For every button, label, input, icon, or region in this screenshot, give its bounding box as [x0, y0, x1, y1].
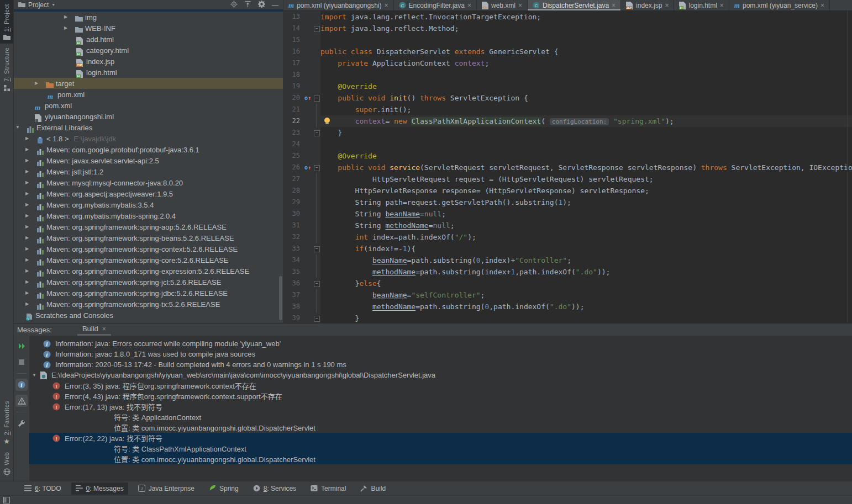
message-row-file[interactable]: ▼E:\IdeaProjects\yiyuanbangongshi\yiyuan… — [29, 370, 852, 380]
toolwindow-button-web[interactable]: Web — [0, 448, 13, 479]
fold-start-icon[interactable]: − — [314, 165, 320, 171]
code-line-16[interactable]: 16public class DispatcherServlet extends… — [283, 46, 852, 57]
code-editor[interactable]: 13import java.lang.reflect.InvocationTar… — [283, 11, 852, 323]
code-line-18[interactable]: 18 — [283, 69, 852, 81]
code-line-14[interactable]: 14−import java.lang.reflect.Method; — [283, 23, 852, 34]
chevron-right-icon[interactable]: ▶ — [25, 254, 29, 266]
tree-item-maven-org.springframework-spring-tx-5.2.6.release[interactable]: ▶Maven: org.springframework:spring-tx:5.… — [14, 299, 283, 310]
messages-tab-build[interactable]: Build × — [77, 323, 111, 336]
chevron-right-icon[interactable]: ▶ — [25, 133, 29, 144]
bottom-tab-todo[interactable]: 6: TODO — [20, 482, 66, 495]
tree-item-web-inf[interactable]: ▶WEB-INF — [14, 23, 283, 34]
tree-item-maven-com.google.protobuf-protobuf-java-3.6.1[interactable]: ▶Maven: com.google.protobuf:protobuf-jav… — [14, 144, 283, 155]
code-line-13[interactable]: 13import java.lang.reflect.InvocationTar… — [283, 11, 852, 23]
editor-tab-login.html[interactable]: Hlogin.html× — [674, 0, 729, 10]
chevron-right-icon[interactable]: ▶ — [25, 299, 29, 310]
overriding-method-icon[interactable]: o↑ — [304, 96, 311, 101]
tree-item-maven-org.mybatis-mybatis-3.5.4[interactable]: ▶Maven: org.mybatis:mybatis:3.5.4 — [14, 199, 283, 210]
message-row-sub[interactable]: 位置: 类 com.imocc.yiyuanbangongshi.global.… — [29, 422, 852, 433]
chevron-right-icon[interactable]: ▶ — [35, 78, 38, 89]
code-line-34[interactable]: 34 beanName=path.substring(0,index)+"Con… — [283, 254, 852, 266]
editor-tab-pom.xml-yiyuan-service-[interactable]: mpom.xml (yiyuan_service)× — [729, 0, 830, 10]
bottom-tab-java-enterprise[interactable]: JJava Enterprise — [134, 482, 199, 495]
code-line-33[interactable]: 33− if(index!=-1){ — [283, 243, 852, 254]
info-button[interactable]: i — [15, 379, 28, 391]
chevron-right-icon[interactable]: ▶ — [25, 243, 29, 254]
chevron-right-icon[interactable]: ▶ — [25, 199, 29, 210]
message-row-sub[interactable]: 符号: 类 ClassPathXmlApplicationContext — [29, 443, 852, 454]
chevron-right-icon[interactable]: ▶ — [25, 210, 29, 221]
message-row-error[interactable]: !Error:(17, 13) java: 找不到符号 — [29, 401, 852, 412]
editor-tab-index.jsp[interactable]: JSPindex.jsp× — [621, 0, 674, 10]
warning-button[interactable] — [15, 395, 28, 407]
editor-tab-pom.xml-yiyuanbangongshi-[interactable]: mpom.xml (yiyuanbangongshi)× — [283, 0, 394, 10]
chevron-right-icon[interactable]: ▶ — [25, 232, 29, 243]
collapse-all-button[interactable] — [244, 1, 251, 9]
tab-close-icon[interactable]: × — [821, 2, 824, 9]
fold-end-icon[interactable]: − — [314, 130, 320, 136]
chevron-right-icon[interactable]: ▶ — [25, 266, 29, 277]
code-line-30[interactable]: 30 String beanName=null; — [283, 208, 852, 220]
toolwindow-switcher-icon[interactable] — [3, 497, 10, 503]
toolwindow-button-project[interactable]: 1: Project — [0, 0, 13, 44]
editor-tab-dispatcherservlet.java[interactable]: CDispatcherServlet.java× — [528, 0, 621, 10]
tab-close-icon[interactable]: × — [665, 2, 669, 9]
tree-item-yiyuanbangongshi.iml[interactable]: yiyuanbangongshi.iml — [14, 111, 283, 122]
code-line-38[interactable]: 38 methodName=path.substring(0,path.inde… — [283, 301, 852, 312]
fold-end-icon[interactable]: − — [314, 281, 320, 287]
code-line-25[interactable]: 25 @Override — [283, 150, 852, 162]
chevron-right-icon[interactable]: ▶ — [25, 188, 29, 199]
stop-button[interactable] — [15, 356, 28, 368]
tree-item-maven-javax.servlet-servlet-api-2.5[interactable]: ▶Maven: javax.servlet:servlet-api:2.5 — [14, 155, 283, 166]
toolwindow-button-favorites[interactable]: 2: Favorites★ — [0, 397, 13, 448]
chevron-right-icon[interactable]: ▶ — [64, 12, 67, 23]
tree-item-category.html[interactable]: Hcategory.html — [14, 45, 283, 56]
chevron-right-icon[interactable]: ▶ — [25, 221, 29, 232]
tree-item-login.html[interactable]: Hlogin.html — [14, 67, 283, 78]
wrench-button[interactable] — [15, 417, 28, 429]
message-row-sub[interactable]: 符号: 类 ApplicationContext — [29, 412, 852, 422]
tree-item-index.jsp[interactable]: JSPindex.jsp — [14, 56, 283, 67]
message-row-error[interactable]: !Error:(3, 35) java: 程序包org.springframew… — [29, 380, 852, 391]
bottom-tab-build[interactable]: Build — [356, 482, 390, 495]
chevron-right-icon[interactable]: ▶ — [25, 288, 29, 299]
tree-item-maven-org.aspectj-aspectjweaver-1.9.5[interactable]: ▶Maven: org.aspectj:aspectjweaver:1.9.5 — [14, 188, 283, 199]
tree-item--1.8-[interactable]: ▶< 1.8 >E:\javajdk\jdk — [14, 133, 283, 144]
tree-item-pom.xml[interactable]: mpom.xml — [14, 89, 283, 100]
tree-item-maven-org.mybatis-mybatis-spring-2.0.4[interactable]: ▶Maven: org.mybatis:mybatis-spring:2.0.4 — [14, 210, 283, 221]
code-line-19[interactable]: 19 @Override — [283, 81, 852, 92]
close-icon[interactable]: × — [102, 326, 106, 332]
code-line-27[interactable]: 27 HttpServletRequest request = (HttpSer… — [283, 173, 852, 185]
code-line-17[interactable]: 17 private ApplicationContext context; — [283, 57, 852, 69]
chevron-right-icon[interactable]: ▶ — [25, 155, 29, 166]
tree-item-external-libraries[interactable]: ▼External Libraries — [14, 122, 283, 133]
overriding-method-icon[interactable]: o↑ — [304, 165, 311, 171]
editor-scrollbar-track[interactable] — [847, 10, 848, 323]
tree-item-maven-mysql-mysql-connector-java-8.0.20[interactable]: ▶Maven: mysql:mysql-connector-java:8.0.2… — [14, 177, 283, 188]
tree-item-scratches-and-consoles[interactable]: Scratches and Consoles — [14, 310, 283, 321]
fold-start-icon[interactable]: − — [314, 26, 320, 32]
tab-close-icon[interactable]: × — [385, 2, 388, 9]
tree-item-add.html[interactable]: Hadd.html — [14, 34, 283, 45]
bottom-tab-spring[interactable]: Spring — [204, 482, 243, 495]
tree-item-maven-org.springframework-spring-aop-5.2.6.release[interactable]: ▶Maven: org.springframework:spring-aop:5… — [14, 221, 283, 232]
code-line-28[interactable]: 28 HttpServletResponse response= (HttpSe… — [283, 185, 852, 197]
tree-item-target[interactable]: ▶target — [14, 78, 283, 89]
tree-scrollbar-thumb[interactable] — [279, 276, 282, 320]
locate-button[interactable] — [230, 1, 238, 9]
code-line-36[interactable]: 36− }else{ — [283, 278, 852, 289]
message-row-info[interactable]: iInformation: javac 1.8.0_171 was used t… — [29, 349, 852, 359]
code-line-20[interactable]: 20o↑− public void init() throws ServletE… — [283, 92, 852, 104]
intention-bulb-icon[interactable] — [324, 118, 330, 123]
tree-item-maven-org.springframework-spring-jcl-5.2.6.release[interactable]: ▶Maven: org.springframework:spring-jcl:5… — [14, 277, 283, 288]
code-line-23[interactable]: 23− } — [283, 127, 852, 139]
tab-close-icon[interactable]: × — [612, 2, 616, 9]
message-row-error[interactable]: !Error:(4, 43) java: 程序包org.springframew… — [29, 391, 852, 401]
tab-close-icon[interactable]: × — [518, 2, 522, 9]
chevron-down-icon[interactable]: ▼ — [51, 3, 55, 7]
bottom-tab-services[interactable]: 8: Services — [249, 482, 301, 495]
rerun-button[interactable] — [15, 340, 28, 352]
code-line-29[interactable]: 29 String path=request.getServletPath().… — [283, 197, 852, 208]
tree-item-maven-jstl-jstl-1.2[interactable]: ▶Maven: jstl:jstl:1.2 — [14, 166, 283, 177]
toolwindow-button-structure[interactable]: 7: Structure — [0, 44, 13, 95]
